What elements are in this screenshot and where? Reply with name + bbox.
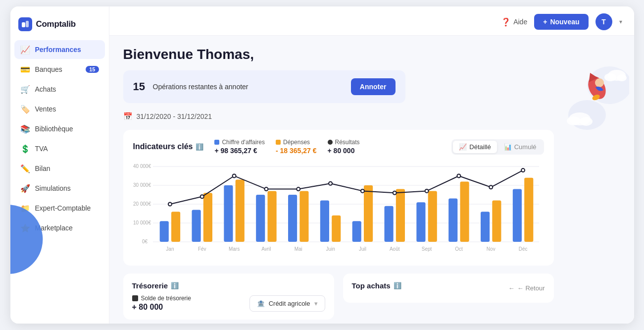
svg-rect-50 xyxy=(428,191,437,242)
top-achats-header: Top achats ℹ️ ← ← Retour xyxy=(352,281,545,295)
help-icon: ❓ xyxy=(501,17,511,27)
banques-icon: 💳 xyxy=(20,64,30,74)
new-button[interactable]: + Nouveau xyxy=(534,14,588,30)
svg-text:0€: 0€ xyxy=(142,239,148,244)
svg-point-72 xyxy=(521,168,525,172)
svg-point-5 xyxy=(585,73,609,102)
indicators-header: Indicateurs clés ℹ️ Chiffre d'affaires +… xyxy=(133,139,544,155)
sidebar-item-label: Bilan xyxy=(35,165,50,172)
svg-rect-59 xyxy=(524,178,533,242)
annoter-button[interactable]: Annoter xyxy=(351,78,396,95)
sidebar-item-label: Performances xyxy=(35,46,81,54)
svg-rect-1 xyxy=(26,21,29,27)
svg-rect-47 xyxy=(396,189,404,242)
svg-rect-52 xyxy=(448,199,457,242)
ventes-icon: 🏷️ xyxy=(20,104,30,114)
svg-rect-53 xyxy=(460,181,469,242)
tresorerie-info-icon[interactable]: ℹ️ xyxy=(171,282,179,289)
svg-point-9 xyxy=(608,70,626,81)
sidebar-item-performances[interactable]: 📈 Performances xyxy=(14,40,105,59)
svg-text:Avril: Avril xyxy=(261,246,271,252)
achats-icon: 🛒 xyxy=(20,84,30,94)
svg-rect-31 xyxy=(224,185,233,242)
sidebar-item-tva[interactable]: 💲 TVA xyxy=(14,139,105,158)
svg-text:Juin: Juin xyxy=(326,246,335,252)
ca-label: Chiffre d'affaires xyxy=(222,139,265,146)
view-cumule-button[interactable]: 📊 Cumulé xyxy=(498,141,543,153)
svg-rect-37 xyxy=(288,195,297,242)
legend-resultats: Résultats + 80 000 xyxy=(328,139,360,155)
svg-rect-32 xyxy=(235,180,244,242)
tva-icon: 💲 xyxy=(20,144,30,154)
svg-text:40 000€: 40 000€ xyxy=(133,164,151,169)
avatar[interactable]: T xyxy=(595,13,612,30)
res-dot xyxy=(328,140,333,145)
bilan-icon: ✏️ xyxy=(20,164,30,173)
sidebar-item-expert-comptable[interactable]: 📁 Expert-Comptable xyxy=(14,199,105,218)
svg-rect-44 xyxy=(364,185,373,242)
svg-point-61 xyxy=(168,203,171,206)
expert-icon: 📁 xyxy=(20,203,30,213)
svg-rect-49 xyxy=(416,202,425,242)
page-title: Bienvenue Thomas, xyxy=(123,47,620,62)
help-label: Aide xyxy=(513,18,527,26)
svg-rect-35 xyxy=(267,191,276,242)
help-button[interactable]: ❓ Aide xyxy=(501,17,527,27)
sidebar-item-bibliotheque[interactable]: 📚 Bibliothèque xyxy=(14,119,105,138)
svg-point-65 xyxy=(297,187,300,191)
svg-point-63 xyxy=(232,174,236,178)
svg-rect-43 xyxy=(352,221,361,242)
sidebar-item-achats[interactable]: 🛒 Achats xyxy=(14,80,105,99)
tresorerie-value: + 80 000 xyxy=(132,303,191,312)
tresorerie-section: Trésorerie ℹ️ Solde de trésorerie + 80 0… xyxy=(123,274,334,320)
sidebar-nav: 📈 Performances 💳 Banques 15 🛒 Achats 🏷️ … xyxy=(10,40,109,237)
bank-selector[interactable]: 🏦 Crédit agricole ▾ xyxy=(249,295,325,312)
alert-box: 15 Opérations restantes à annoter Annote… xyxy=(123,70,405,103)
indicators-section: Indicateurs clés ℹ️ Chiffre d'affaires +… xyxy=(123,130,554,266)
legend-depenses: Dépenses - 18 365,27 € xyxy=(276,139,317,155)
bibliotheque-icon: 📚 xyxy=(20,124,30,134)
res-label: Résultats xyxy=(335,139,360,146)
top-achats-title: Top achats ℹ️ xyxy=(352,281,401,290)
sidebar-item-bilan[interactable]: ✏️ Bilan xyxy=(14,159,105,178)
retour-label: ← Retour xyxy=(517,284,545,292)
svg-text:Fév: Fév xyxy=(198,246,206,252)
svg-point-11 xyxy=(617,74,627,81)
illustration xyxy=(545,60,629,140)
dep-value: - 18 365,27 € xyxy=(276,147,317,155)
sidebar-item-banques[interactable]: 💳 Banques 15 xyxy=(14,60,105,79)
simulations-icon: 🚀 xyxy=(20,183,30,193)
alert-text: Opérations restantes à annoter xyxy=(153,83,345,91)
tresorerie-legend-dot xyxy=(132,295,138,301)
tresorerie-content: Solde de trésorerie + 80 000 🏦 Crédit ag… xyxy=(132,295,325,312)
view-detaille-button[interactable]: 📈 Détaillé xyxy=(453,141,496,153)
svg-text:Sept: Sept xyxy=(421,246,432,252)
topbar: ❓ Aide + Nouveau T ▾ xyxy=(109,6,634,36)
svg-text:Déc: Déc xyxy=(518,246,527,252)
svg-rect-56 xyxy=(492,200,501,242)
main-content: ❓ Aide + Nouveau T ▾ xyxy=(109,6,634,324)
svg-text:Juil: Juil xyxy=(358,246,366,252)
sidebar-header: Comptalib xyxy=(10,10,109,40)
sidebar-item-simulations[interactable]: 🚀 Simulations xyxy=(14,179,105,198)
svg-point-69 xyxy=(425,189,428,193)
top-achats-info-icon[interactable]: ℹ️ xyxy=(394,282,401,289)
legend-ca: Chiffre d'affaires + 98 365,27 € xyxy=(214,139,265,155)
svg-rect-34 xyxy=(256,195,265,242)
sidebar-item-label: Ventes xyxy=(35,105,56,113)
alert-count: 15 xyxy=(133,80,147,93)
cumule-chart-icon: 📊 xyxy=(504,143,512,151)
svg-text:20 000€: 20 000€ xyxy=(133,201,151,207)
svg-point-68 xyxy=(393,191,396,195)
retour-button[interactable]: ← ← Retour xyxy=(508,284,545,292)
svg-rect-26 xyxy=(171,212,180,242)
svg-point-70 xyxy=(457,174,460,178)
tresorerie-legend-label: Solde de trésorerie xyxy=(141,295,191,302)
view-toggle: 📈 Détaillé 📊 Cumulé xyxy=(451,139,544,155)
indicators-info-icon[interactable]: ℹ️ xyxy=(196,143,203,151)
svg-rect-25 xyxy=(159,221,168,242)
sidebar-item-ventes[interactable]: 🏷️ Ventes xyxy=(14,100,105,118)
avatar-chevron-icon[interactable]: ▾ xyxy=(619,18,622,25)
page-body: Bienvenue Thomas, 15 Opérations restante… xyxy=(109,36,634,324)
sidebar-item-marketplace[interactable]: ⭐ Marketplace xyxy=(14,219,105,237)
